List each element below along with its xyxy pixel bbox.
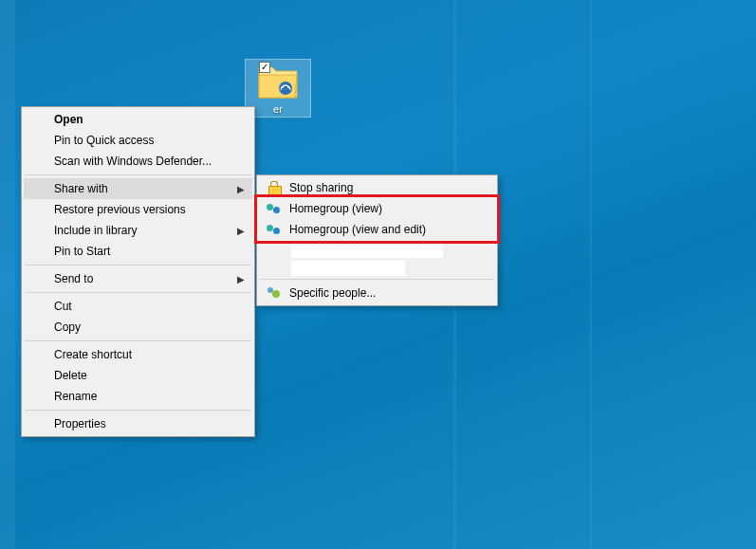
menu-restore-previous-versions[interactable]: Restore previous versions bbox=[24, 199, 252, 220]
menu-include-in-library[interactable]: Include in library ▶ bbox=[24, 220, 252, 241]
menu-restore-previous-versions-label: Restore previous versions bbox=[54, 203, 186, 216]
menu-cut[interactable]: Cut bbox=[24, 296, 252, 317]
lock-icon bbox=[267, 180, 282, 195]
people-icon bbox=[267, 285, 282, 301]
menu-copy[interactable]: Copy bbox=[24, 317, 252, 338]
menu-send-to[interactable]: Send to ▶ bbox=[24, 268, 252, 289]
menu-include-in-library-label: Include in library bbox=[54, 224, 137, 237]
menu-properties-label: Properties bbox=[54, 417, 106, 430]
menu-open-label: Open bbox=[54, 113, 83, 126]
menu-create-shortcut[interactable]: Create shortcut bbox=[24, 344, 252, 365]
share-with-submenu: Stop sharing Homegroup (view) Homegroup … bbox=[256, 174, 498, 306]
submenu-homegroup-view[interactable]: Homegroup (view) bbox=[259, 198, 495, 219]
menu-delete-label: Delete bbox=[54, 369, 87, 382]
submenu-arrow-icon: ▶ bbox=[237, 226, 245, 236]
redacted-item bbox=[291, 243, 443, 258]
menu-rename-label: Rename bbox=[54, 390, 97, 403]
menu-pin-to-start-label: Pin to Start bbox=[54, 245, 110, 258]
menu-share-with[interactable]: Share with ▶ bbox=[24, 178, 252, 199]
submenu-homegroup-view-edit[interactable]: Homegroup (view and edit) bbox=[259, 219, 495, 240]
desktop-icon-label: er bbox=[248, 103, 308, 115]
submenu-specific-people-label: Specific people... bbox=[289, 286, 376, 300]
context-menu: Open Pin to Quick access Scan with Windo… bbox=[21, 106, 255, 437]
menu-separator bbox=[25, 265, 251, 265]
menu-share-with-label: Share with bbox=[54, 182, 108, 195]
menu-separator bbox=[25, 292, 251, 293]
menu-separator bbox=[25, 340, 251, 341]
homegroup-icon bbox=[267, 201, 282, 216]
menu-rename[interactable]: Rename bbox=[24, 386, 252, 407]
menu-properties[interactable]: Properties bbox=[24, 413, 252, 434]
submenu-stop-sharing[interactable]: Stop sharing bbox=[259, 177, 495, 198]
submenu-stop-sharing-label: Stop sharing bbox=[289, 181, 353, 194]
menu-create-shortcut-label: Create shortcut bbox=[54, 348, 132, 361]
menu-cut-label: Cut bbox=[54, 300, 72, 313]
menu-delete[interactable]: Delete bbox=[24, 365, 252, 386]
folder-icon: ✓ bbox=[257, 64, 299, 101]
menu-send-to-label: Send to bbox=[54, 272, 93, 285]
menu-pin-quick-access[interactable]: Pin to Quick access bbox=[24, 130, 252, 151]
menu-pin-to-start[interactable]: Pin to Start bbox=[24, 241, 252, 262]
menu-copy-label: Copy bbox=[54, 320, 81, 334]
menu-separator bbox=[25, 174, 251, 175]
menu-separator bbox=[25, 410, 251, 411]
submenu-arrow-icon: ▶ bbox=[237, 274, 245, 284]
menu-separator bbox=[260, 279, 494, 280]
submenu-homegroup-view-label: Homegroup (view) bbox=[289, 202, 382, 215]
menu-scan-windows-defender[interactable]: Scan with Windows Defender... bbox=[24, 151, 252, 172]
submenu-arrow-icon: ▶ bbox=[237, 184, 245, 194]
submenu-specific-people[interactable]: Specific people... bbox=[259, 283, 495, 303]
homegroup-icon bbox=[267, 222, 282, 237]
selection-checkbox-icon: ✓ bbox=[259, 62, 270, 73]
menu-pin-quick-access-label: Pin to Quick access bbox=[54, 134, 154, 147]
menu-scan-windows-defender-label: Scan with Windows Defender... bbox=[54, 155, 212, 168]
submenu-homegroup-view-edit-label: Homegroup (view and edit) bbox=[289, 223, 426, 236]
menu-open[interactable]: Open bbox=[24, 109, 252, 130]
redacted-item bbox=[291, 261, 405, 276]
